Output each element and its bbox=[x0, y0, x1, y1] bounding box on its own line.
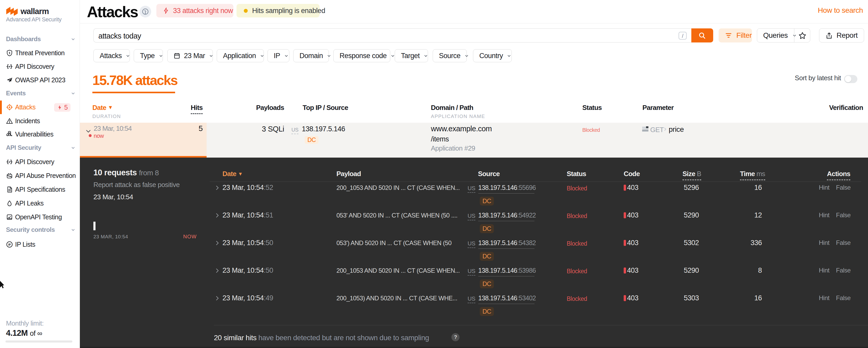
svg-text:IP: IP bbox=[8, 243, 11, 246]
